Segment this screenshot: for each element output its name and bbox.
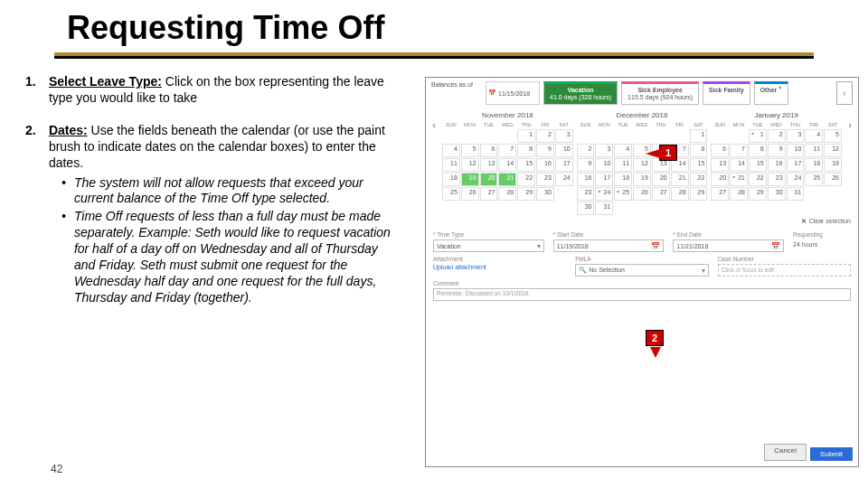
calendar-day[interactable]: 29 <box>690 187 708 201</box>
calendar-day[interactable]: 18 <box>442 173 460 186</box>
calendar-day[interactable]: 11 <box>805 144 823 157</box>
calendar-day[interactable]: 2 <box>577 144 595 157</box>
calendar-day[interactable]: 11 <box>614 158 632 172</box>
calendar-day[interactable]: 29 <box>517 187 535 201</box>
leave-tile-vacation[interactable]: Vacation 41.0 days (328 hours) <box>543 81 618 105</box>
calendar-day[interactable]: 9 <box>536 144 554 157</box>
calendar-day[interactable]: 26 <box>461 187 479 201</box>
calendar-day[interactable]: 1 <box>749 129 767 143</box>
calendar-day[interactable]: 30 <box>536 187 554 201</box>
calendar-day[interactable]: 19 <box>461 173 479 186</box>
calendar-day[interactable]: 15 <box>517 158 535 172</box>
calendar-day[interactable]: 30 <box>768 187 786 201</box>
leave-tile-sick-family[interactable]: Sick Family <box>703 81 750 105</box>
calendar-day[interactable]: 28 <box>498 187 516 201</box>
calendar-day[interactable]: 18 <box>614 173 632 186</box>
calendar-day[interactable]: 27 <box>711 187 729 201</box>
calendar-day[interactable]: 28 <box>671 187 689 201</box>
upload-attachment-link[interactable]: Upload attachment <box>433 264 566 270</box>
calendar-day[interactable]: 24 <box>787 173 805 186</box>
calendar-day[interactable]: 30 <box>577 202 595 215</box>
calendar-day[interactable]: 19 <box>824 158 842 172</box>
calendar-day[interactable]: 22 <box>749 173 767 186</box>
calendar-day[interactable]: 26 <box>633 187 651 201</box>
calendar-day[interactable]: 5 <box>824 129 842 143</box>
calendar-day[interactable]: 2 <box>768 129 786 143</box>
calendar-day[interactable]: 21 <box>671 173 689 186</box>
calendar-day[interactable]: 8 <box>517 144 535 157</box>
calendar-day[interactable]: 19 <box>633 173 651 186</box>
fmla-select[interactable]: 🔍 No Selection▾ <box>575 264 708 277</box>
calendar-day[interactable]: 4 <box>442 144 460 157</box>
calendar-day[interactable]: 29 <box>749 187 767 201</box>
calendar-day[interactable]: 15 <box>690 158 708 172</box>
submit-button[interactable]: Submit <box>810 447 853 461</box>
calendar-day[interactable]: 12 <box>461 158 479 172</box>
calendar-day[interactable]: 23 <box>577 187 595 201</box>
start-date-input[interactable]: 11/19/2018📅 <box>553 239 665 252</box>
calendar-day[interactable]: 17 <box>787 158 805 172</box>
calendar-day[interactable]: 28 <box>730 187 748 201</box>
calendar-day[interactable]: 15 <box>749 158 767 172</box>
calendar-day[interactable]: 12 <box>824 144 842 157</box>
calendar-day[interactable]: 12 <box>633 158 651 172</box>
leave-tile-sick-employee[interactable]: Sick Employee 115.5 days (924 hours) <box>621 81 699 105</box>
calendar-day[interactable]: 1 <box>517 129 535 143</box>
calendar-day[interactable]: 16 <box>768 158 786 172</box>
calendar-day[interactable]: 21 <box>730 173 748 186</box>
leave-tile-other[interactable]: Other ˅ <box>754 81 789 105</box>
info-icon[interactable]: i <box>836 81 853 105</box>
calendar-day[interactable]: 10 <box>787 144 805 157</box>
comment-input[interactable]: Reminder: Discussed on 10/1/2018. <box>433 288 851 301</box>
end-date-input[interactable]: 11/21/2018📅 <box>673 239 784 252</box>
calendar-day[interactable]: 2 <box>536 129 554 143</box>
calendar-day[interactable]: 10 <box>555 144 573 157</box>
calendar-day[interactable]: 5 <box>461 144 479 157</box>
balances-date-input[interactable]: 📅 11/15/2018 <box>486 81 540 105</box>
calendar-day[interactable]: 17 <box>595 173 613 186</box>
calendar-day[interactable]: 10 <box>595 158 613 172</box>
calendar-day[interactable]: 27 <box>480 187 498 201</box>
cancel-button[interactable]: Cancel <box>764 444 807 461</box>
calendar-day[interactable]: 13 <box>480 158 498 172</box>
calendar-day[interactable]: 24 <box>555 173 573 186</box>
calendar-day[interactable]: 23 <box>768 173 786 186</box>
calendar-day[interactable]: 24 <box>595 187 613 201</box>
clear-selection-link[interactable]: ✕Clear selection <box>426 215 858 228</box>
calendar-day[interactable]: 17 <box>555 158 573 172</box>
calendar-day[interactable]: 14 <box>498 158 516 172</box>
calendar-day[interactable]: 7 <box>498 144 516 157</box>
calendar-day[interactable]: 20 <box>652 173 670 186</box>
calendar-day[interactable]: 8 <box>690 144 708 157</box>
calendar-day[interactable]: 31 <box>787 187 805 201</box>
calendar-day[interactable]: 1 <box>690 129 708 143</box>
calendar-day[interactable]: 6 <box>711 144 729 157</box>
calendar-day[interactable]: 3 <box>555 129 573 143</box>
calendar-day[interactable]: 16 <box>577 173 595 186</box>
calendar-day[interactable]: 4 <box>805 129 823 143</box>
time-type-select[interactable]: Vacation▾ <box>433 239 544 252</box>
calendar-day[interactable]: 25 <box>442 187 460 201</box>
calendar-day[interactable]: 3 <box>787 129 805 143</box>
calendar-day[interactable]: 4 <box>614 144 632 157</box>
calendar-day[interactable]: 21 <box>498 173 516 186</box>
calendar-day[interactable]: 25 <box>805 173 823 186</box>
calendar-day[interactable]: 14 <box>730 158 748 172</box>
case-number-input[interactable]: Click or focus to edit <box>718 264 851 277</box>
calendar-day[interactable]: 31 <box>595 202 613 215</box>
calendar-day[interactable]: 20 <box>480 173 498 186</box>
next-month-button[interactable]: › <box>845 108 854 215</box>
calendar-day[interactable]: 11 <box>442 158 460 172</box>
calendar-day[interactable]: 25 <box>614 187 632 201</box>
calendar-day[interactable]: 16 <box>536 158 554 172</box>
calendar-day[interactable]: 26 <box>824 173 842 186</box>
calendar-day[interactable]: 9 <box>768 144 786 157</box>
calendar-day[interactable]: 7 <box>730 144 748 157</box>
calendar-day[interactable]: 20 <box>711 173 729 186</box>
calendar-day[interactable]: 13 <box>711 158 729 172</box>
calendar-day[interactable]: 27 <box>652 187 670 201</box>
calendar-day[interactable]: 9 <box>577 158 595 172</box>
calendar-day[interactable]: 22 <box>690 173 708 186</box>
calendar-day[interactable]: 6 <box>480 144 498 157</box>
calendar-day[interactable]: 8 <box>749 144 767 157</box>
